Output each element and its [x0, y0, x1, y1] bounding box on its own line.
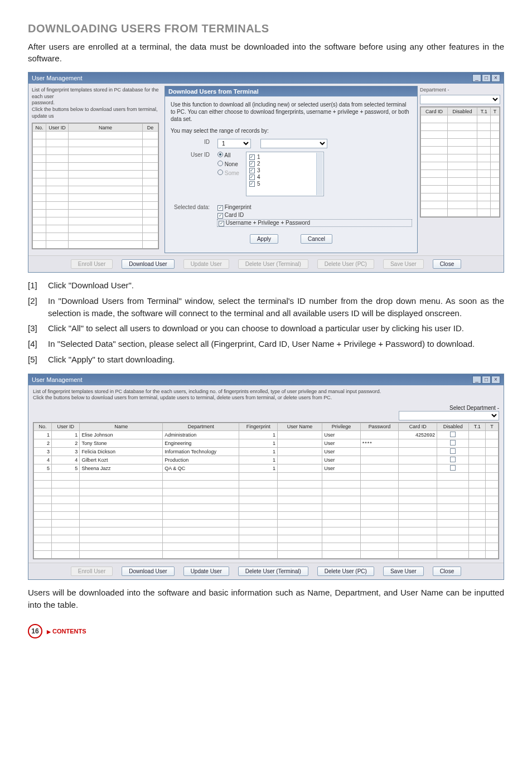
- step-2: [2]In "Download Users from Terminal" win…: [28, 295, 504, 320]
- left-pane: List of fingerprint templates stored in …: [28, 84, 162, 255]
- col-disabled: Disabled: [448, 108, 477, 115]
- window-title-2: User Management: [32, 376, 83, 383]
- step-4: [4]In "Selected Data" section, please se…: [28, 338, 504, 350]
- chk-fingerprint[interactable]: ✓ Fingerprint: [217, 204, 412, 211]
- select-department-label: Select Department -: [449, 405, 499, 411]
- th-no: No.: [34, 423, 52, 430]
- contents-link[interactable]: ▶ CONTENTS: [47, 628, 86, 635]
- radio-all[interactable]: All: [217, 152, 239, 158]
- window-controls: _ □ ×: [472, 74, 500, 82]
- close-button-footer[interactable]: Close: [433, 259, 462, 269]
- window-title: User Management: [32, 75, 83, 81]
- table-row-empty: [34, 504, 499, 511]
- apply-button[interactable]: Apply: [250, 234, 278, 244]
- left-description: List of fingerprint templates stored in …: [32, 87, 159, 119]
- empty-user-table: No. User ID Name De: [32, 123, 159, 249]
- dialog-title: Download Users from Terminal: [165, 86, 417, 96]
- minimize-button-2[interactable]: _: [472, 376, 481, 384]
- table-row-empty: [34, 472, 499, 480]
- delete-user-pc-button[interactable]: Delete User (PC): [317, 259, 374, 269]
- department-select[interactable]: [420, 95, 500, 104]
- table-row-empty: [34, 543, 499, 550]
- select-department-dropdown[interactable]: [399, 411, 499, 420]
- user-table: No. User ID Name Department Fingerprint …: [33, 422, 499, 559]
- scrollbar[interactable]: [316, 153, 323, 195]
- terminal-select[interactable]: [260, 139, 327, 148]
- chk-username-priv-pw[interactable]: ✓ Username + Privilege + Password: [217, 220, 412, 226]
- page-footer: 16 ▶ CONTENTS: [28, 624, 504, 638]
- update-user-button[interactable]: Update User: [183, 259, 229, 269]
- th-uid: User ID: [52, 423, 80, 430]
- table-row-empty: [34, 511, 499, 519]
- save-user-button-2[interactable]: Save User: [383, 567, 424, 576]
- maximize-button[interactable]: □: [482, 74, 491, 82]
- th-priv: Privilege: [322, 423, 361, 430]
- table-row[interactable]: 33Felicia DicksonInformation Technology1…: [34, 447, 499, 456]
- step-3: [3]Click "All" to select all users to do…: [28, 322, 504, 335]
- radio-some[interactable]: Some: [217, 170, 239, 176]
- table-row[interactable]: 44Gilbert KoztProduction1User: [34, 456, 499, 464]
- col-name: Name: [69, 124, 143, 132]
- win2-description: List of fingerprint templates stored in …: [33, 389, 499, 401]
- enroll-user-button-2[interactable]: Enroll User: [71, 567, 113, 576]
- download-user-button-2[interactable]: Download User: [122, 567, 174, 576]
- col-no: No.: [33, 124, 46, 132]
- instruction-steps: [1]Click "Download User". [2]In "Downloa…: [28, 279, 504, 366]
- footer-button-row-2: Enroll User Download User Update User De…: [28, 563, 504, 579]
- range-label: You may select the range of records by:: [171, 127, 412, 134]
- dialog-description: Use this function to download all (inclu…: [171, 101, 412, 123]
- table-row-empty: [34, 527, 499, 535]
- window-controls-2: _ □ ×: [472, 376, 500, 384]
- col-t1: T.1: [477, 108, 491, 115]
- table-row[interactable]: 55Sheena JazzQA & QC1User: [34, 464, 499, 472]
- th-t1a: T.1: [469, 423, 486, 430]
- th-un: User Name: [278, 423, 322, 430]
- window-title-bar-2: User Management _ □ ×: [28, 374, 504, 385]
- enroll-user-button[interactable]: Enroll User: [71, 259, 113, 269]
- user-management-window-1: User Management _ □ × List of fingerprin…: [28, 72, 504, 273]
- close-button-footer-2[interactable]: Close: [433, 567, 462, 576]
- page-heading: DOWNLOADING USERS FROM TERMINALS: [28, 22, 504, 35]
- selected-data-label: Selected data:: [171, 204, 210, 210]
- triangle-icon: ▶: [47, 629, 51, 635]
- save-user-button[interactable]: Save User: [383, 259, 424, 269]
- delete-user-pc-button-2[interactable]: Delete User (PC): [317, 567, 374, 576]
- chk-cardid[interactable]: ✓ Card ID: [217, 212, 412, 219]
- userid-listbox[interactable]: ✓1 ✓2 ✓3 ✓4 ✓5: [246, 152, 324, 196]
- col-userid: User ID: [46, 124, 69, 132]
- th-card: Card ID: [399, 423, 437, 430]
- delete-user-terminal-button-2[interactable]: Delete User (Terminal): [238, 567, 308, 576]
- th-t1b: T: [486, 423, 499, 430]
- user-management-window-2: User Management _ □ × List of fingerprin…: [28, 374, 504, 580]
- download-user-button[interactable]: Download User: [122, 259, 174, 269]
- department-label: Department -: [420, 87, 500, 93]
- right-pane: Department - Card ID Disabled T.1 T: [420, 84, 504, 255]
- id-label: ID: [171, 139, 210, 145]
- close-button-2[interactable]: ×: [491, 376, 500, 384]
- close-button[interactable]: ×: [491, 74, 500, 82]
- radio-none[interactable]: None: [217, 161, 239, 167]
- download-users-dialog: Download Users from Terminal Use this fu…: [165, 86, 418, 253]
- page-number: 16: [28, 624, 42, 638]
- id-select[interactable]: 1: [217, 139, 251, 148]
- cancel-button[interactable]: Cancel: [301, 234, 332, 244]
- th-dis: Disabled: [437, 423, 469, 430]
- col-dep: De: [143, 124, 158, 132]
- table-row-empty: [34, 550, 499, 558]
- delete-user-terminal-button[interactable]: Delete User (Terminal): [238, 259, 308, 269]
- step-1: [1]Click "Download User".: [28, 279, 504, 292]
- userid-label: User ID: [171, 152, 210, 158]
- table-row-empty: [34, 496, 499, 504]
- table-row[interactable]: 11Elise JohnsonAdministration1User425269…: [34, 430, 499, 439]
- table-row[interactable]: 22Tony StoneEngineering1User****: [34, 439, 499, 447]
- closing-text: Users will be downloaded into the softwa…: [28, 587, 504, 611]
- th-dep: Department: [163, 423, 239, 430]
- th-name: Name: [80, 423, 163, 430]
- table-row-empty: [34, 480, 499, 488]
- th-pw: Password: [360, 423, 399, 430]
- maximize-button-2[interactable]: □: [482, 376, 491, 384]
- minimize-button[interactable]: _: [472, 74, 481, 82]
- update-user-button-2[interactable]: Update User: [183, 567, 229, 576]
- table-row-empty: [34, 519, 499, 527]
- th-fp: Fingerprint: [239, 423, 278, 430]
